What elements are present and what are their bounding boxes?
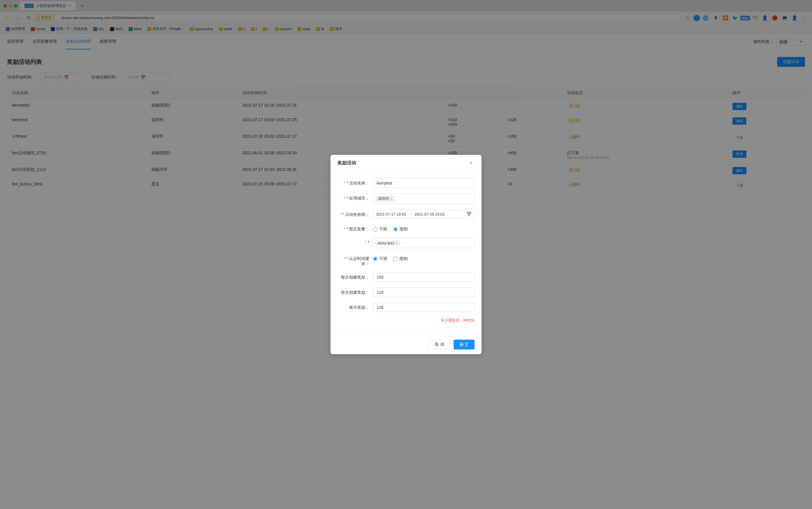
package-unlimited-radio[interactable] bbox=[373, 227, 378, 232]
city-tag: 深圳市 × bbox=[376, 196, 395, 202]
city-tag-input[interactable]: 深圳市 × bbox=[373, 194, 474, 204]
form-row-reward-create: 每次创建奖励： bbox=[338, 273, 474, 282]
reward-create-input[interactable] bbox=[373, 273, 474, 282]
calendar-icon: 📅 bbox=[466, 212, 471, 216]
package-label: * 限定套餐： bbox=[338, 224, 369, 232]
form-row-package: * 限定套餐： 不限 限制 bbox=[338, 224, 474, 232]
date-start: 2021-07-17 19:03 bbox=[376, 212, 406, 216]
form-row-name: * 活动名称： bbox=[338, 178, 474, 188]
auth-unlimited-radio[interactable] bbox=[373, 257, 378, 261]
reward-monthly-control bbox=[373, 303, 474, 312]
auth-limited[interactable]: 限制 bbox=[393, 256, 408, 262]
package-tag-label-text: kerry tes1 bbox=[378, 241, 394, 245]
auth-label: * 认证时间要求： bbox=[338, 254, 369, 267]
form-row-reward-monthly: 每月奖励： bbox=[338, 303, 474, 312]
reward-first-label: 首次创建奖励： bbox=[338, 287, 369, 295]
form-row-package-tag: * kerry tes1 × bbox=[338, 238, 474, 248]
package-tag-label: * bbox=[338, 238, 369, 245]
modal-overlay[interactable]: 奖励活动 × * 活动名称： * 应用城市： 深圳市 × bbox=[0, 0, 812, 509]
name-label: * 活动名称： bbox=[338, 178, 369, 186]
reward-first-input[interactable] bbox=[373, 287, 474, 297]
date-range-arrow: → bbox=[408, 212, 412, 216]
form-row-city: * 应用城市： 深圳市 × bbox=[338, 194, 474, 204]
reward-monthly-label: 每月奖励： bbox=[338, 303, 369, 310]
date-control: 2021-07-17 19:03 → 2021-07-25 19:03 📅 bbox=[373, 210, 474, 218]
modal-footer: 取 消 确 定 bbox=[330, 335, 482, 354]
date-label: * 活动有效期： bbox=[338, 210, 369, 217]
city-label: * 应用城市： bbox=[338, 194, 369, 201]
date-end: 2021-07-25 19:03 bbox=[415, 212, 445, 216]
package-unlimited[interactable]: 不限 bbox=[373, 227, 387, 232]
name-control bbox=[373, 178, 474, 188]
auth-unlimited[interactable]: 不限 bbox=[373, 256, 387, 262]
auth-control: 不限 限制 bbox=[373, 254, 474, 262]
reward-activity-modal: 奖励活动 × * 活动名称： * 应用城市： 深圳市 × bbox=[330, 155, 482, 354]
package-radio-group: 不限 限制 bbox=[373, 224, 474, 232]
form-row-reward-first: 首次创建奖励： bbox=[338, 287, 474, 297]
form-row-date: * 活动有效期： 2021-07-17 19:03 → 2021-07-25 1… bbox=[338, 210, 474, 218]
package-tag: kerry tes1 × bbox=[376, 240, 400, 246]
activity-name-input[interactable] bbox=[373, 178, 474, 188]
cancel-btn[interactable]: 取 消 bbox=[429, 340, 450, 349]
package-tag-remove[interactable]: × bbox=[395, 241, 398, 245]
auth-unlimited-label: 不限 bbox=[379, 256, 387, 262]
package-tag-control: kerry tes1 × bbox=[373, 238, 474, 248]
reward-monthly-input[interactable] bbox=[373, 303, 474, 312]
city-control: 深圳市 × bbox=[373, 194, 474, 204]
reward-create-control bbox=[373, 273, 474, 282]
package-limited-label: 限制 bbox=[400, 227, 408, 232]
error-message: 至少要配置一种奖励 bbox=[338, 318, 474, 323]
modal-body: * 活动名称： * 应用城市： 深圳市 × bbox=[330, 171, 482, 335]
modal-title: 奖励活动 bbox=[338, 160, 356, 166]
confirm-btn[interactable]: 确 定 bbox=[454, 340, 474, 349]
package-limited[interactable]: 限制 bbox=[393, 227, 408, 232]
package-unlimited-label: 不限 bbox=[379, 227, 387, 232]
modal-header: 奖励活动 × bbox=[330, 155, 482, 171]
package-control: 不限 限制 bbox=[373, 224, 474, 232]
auth-limited-label: 限制 bbox=[400, 256, 408, 262]
package-limited-radio[interactable] bbox=[393, 227, 398, 232]
auth-limited-radio[interactable] bbox=[393, 257, 398, 261]
form-row-auth: * 认证时间要求： 不限 限制 bbox=[338, 254, 474, 267]
city-tag-remove[interactable]: × bbox=[390, 197, 393, 201]
package-tag-input[interactable]: kerry tes1 × bbox=[373, 238, 474, 248]
auth-radio-group: 不限 限制 bbox=[373, 254, 474, 262]
reward-create-label: 每次创建奖励： bbox=[338, 273, 369, 280]
reward-first-control bbox=[373, 287, 474, 297]
date-range-picker[interactable]: 2021-07-17 19:03 → 2021-07-25 19:03 📅 bbox=[373, 210, 474, 218]
modal-close-btn[interactable]: × bbox=[467, 160, 474, 167]
city-tag-label: 深圳市 bbox=[378, 196, 389, 201]
